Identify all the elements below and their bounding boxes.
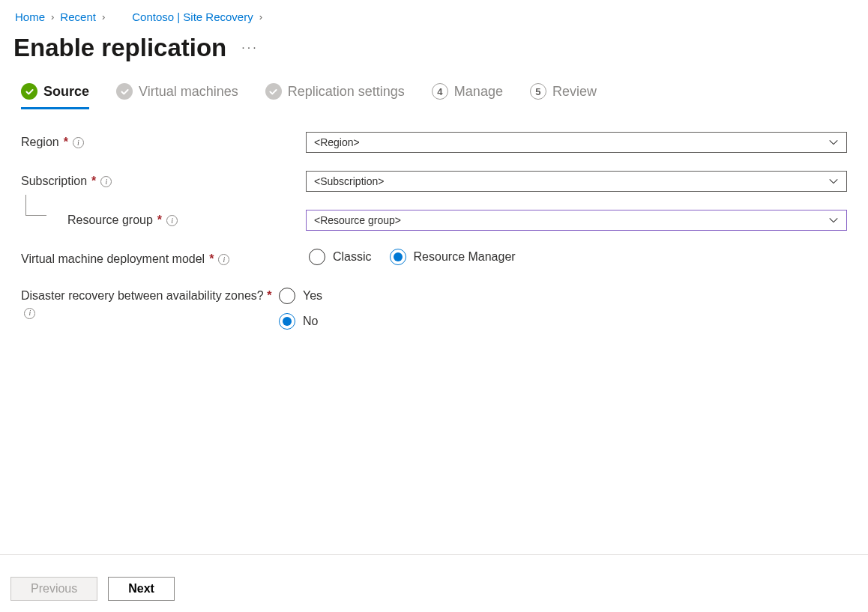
tab-review-label: Review: [552, 84, 597, 100]
chevron-down-icon: [828, 139, 839, 146]
tab-source-label: Source: [43, 84, 89, 100]
tab-source[interactable]: Source: [21, 83, 89, 109]
required-indicator: *: [91, 175, 96, 188]
tab-manage-label: Manage: [454, 84, 503, 100]
tab-virtual-machines-label: Virtual machines: [139, 84, 238, 100]
breadcrumb-recent[interactable]: Recent: [60, 10, 96, 23]
info-icon[interactable]: i: [24, 308, 35, 319]
required-indicator: *: [64, 136, 68, 149]
check-icon: [21, 83, 37, 100]
subscription-dropdown-value: <Subscription>: [314, 175, 384, 187]
radio-unchecked-icon: [309, 249, 325, 265]
chevron-down-icon: [828, 216, 839, 224]
tab-replication-settings[interactable]: Replication settings: [265, 83, 405, 109]
step-number-icon: 5: [530, 83, 546, 100]
resource-group-dropdown[interactable]: <Resource group>: [306, 210, 847, 231]
chevron-right-icon: ›: [51, 11, 54, 22]
deployment-model-label: Virtual machine deployment model: [21, 252, 205, 266]
dr-zones-no-radio[interactable]: No: [279, 313, 829, 330]
more-actions-icon[interactable]: ···: [241, 41, 258, 55]
radio-unchecked-icon: [279, 288, 295, 304]
step-number-icon: 4: [432, 83, 448, 100]
check-icon: [116, 83, 133, 100]
region-dropdown-value: <Region>: [314, 136, 360, 148]
breadcrumb-home[interactable]: Home: [15, 10, 45, 23]
deployment-model-rm-radio[interactable]: Resource Manager: [390, 249, 516, 265]
next-button[interactable]: Next: [108, 577, 175, 601]
tab-virtual-machines[interactable]: Virtual machines: [116, 83, 238, 109]
wizard-tabs: Source Virtual machines Replication sett…: [0, 83, 868, 109]
tab-replication-settings-label: Replication settings: [288, 84, 405, 100]
dr-zones-label: Disaster recovery between availability z…: [21, 289, 264, 302]
region-label: Region: [21, 136, 59, 149]
dr-zones-yes-label: Yes: [303, 289, 322, 303]
footer-divider: [0, 554, 868, 555]
deployment-model-rm-label: Resource Manager: [414, 250, 516, 264]
source-form: Region * i <Region> Subscription * i <Su…: [0, 132, 868, 330]
required-indicator: *: [157, 213, 162, 227]
resource-group-dropdown-value: <Resource group>: [314, 214, 401, 226]
tab-review[interactable]: 5 Review: [530, 83, 597, 109]
info-icon[interactable]: i: [73, 137, 84, 148]
previous-button: Previous: [10, 577, 97, 601]
radio-checked-icon: [390, 249, 406, 265]
chevron-down-icon: [828, 178, 839, 185]
deployment-model-classic-label: Classic: [333, 250, 372, 264]
page-title: Enable replication: [13, 34, 226, 62]
chevron-right-icon: ›: [259, 11, 262, 22]
subscription-label: Subscription: [21, 175, 87, 188]
breadcrumb: Home › Recent › Contoso | Site Recovery …: [0, 0, 868, 34]
deployment-model-classic-radio[interactable]: Classic: [309, 249, 372, 265]
check-icon: [265, 83, 282, 100]
tab-manage[interactable]: 4 Manage: [432, 83, 503, 109]
required-indicator: *: [267, 289, 271, 302]
info-icon[interactable]: i: [218, 254, 229, 265]
breadcrumb-vault[interactable]: Contoso | Site Recovery: [132, 10, 253, 23]
tree-connector-icon: [25, 195, 46, 216]
chevron-right-icon: ›: [102, 11, 105, 22]
dr-zones-yes-radio[interactable]: Yes: [279, 288, 829, 304]
required-indicator: *: [209, 252, 214, 266]
info-icon[interactable]: i: [100, 176, 112, 187]
region-dropdown[interactable]: <Region>: [306, 132, 847, 153]
resource-group-label: Resource group: [67, 213, 153, 227]
radio-checked-icon: [279, 313, 295, 330]
subscription-dropdown[interactable]: <Subscription>: [306, 171, 847, 192]
info-icon[interactable]: i: [166, 215, 178, 226]
dr-zones-no-label: No: [303, 315, 318, 328]
